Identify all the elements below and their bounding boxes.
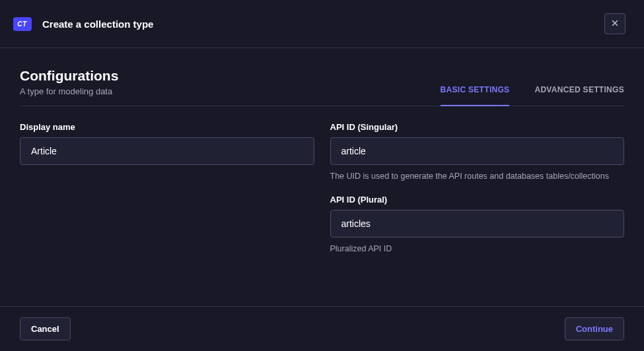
- api-plural-helper: Pluralized API ID: [330, 243, 625, 255]
- api-singular-input[interactable]: [330, 137, 625, 165]
- form-column-left: Display name: [20, 122, 314, 177]
- config-title: Configurations: [20, 68, 118, 84]
- api-plural-label: API ID (Plural): [330, 195, 625, 205]
- header-left: CT Create a collection type: [13, 17, 153, 31]
- config-subtitle: A type for modeling data: [20, 86, 118, 96]
- tab-basic-settings[interactable]: BASIC SETTINGS: [441, 85, 510, 106]
- field-api-singular: API ID (Singular) The UID is used to gen…: [330, 122, 625, 183]
- continue-button[interactable]: Continue: [565, 317, 624, 340]
- api-singular-label: API ID (Singular): [330, 122, 625, 132]
- close-icon: [610, 18, 620, 30]
- display-name-label: Display name: [20, 122, 314, 132]
- api-plural-input[interactable]: [330, 210, 625, 238]
- config-header: Configurations A type for modeling data …: [20, 68, 624, 106]
- collection-type-badge: CT: [13, 17, 32, 31]
- modal-title: Create a collection type: [42, 18, 153, 30]
- tabs: BASIC SETTINGS ADVANCED SETTINGS: [441, 84, 624, 106]
- cancel-button[interactable]: Cancel: [20, 317, 71, 340]
- form-grid: Display name API ID (Singular) The UID i…: [20, 122, 624, 267]
- modal-body: Configurations A type for modeling data …: [0, 48, 644, 280]
- config-heading-group: Configurations A type for modeling data: [20, 68, 118, 106]
- form-column-right: API ID (Singular) The UID is used to gen…: [330, 122, 625, 267]
- field-api-plural: API ID (Plural) Pluralized API ID: [330, 195, 625, 255]
- field-display-name: Display name: [20, 122, 314, 165]
- api-singular-helper: The UID is used to generate the API rout…: [330, 170, 625, 183]
- close-button[interactable]: [604, 13, 626, 34]
- modal-footer: Cancel Continue: [0, 306, 644, 351]
- modal-header: CT Create a collection type: [0, 0, 644, 48]
- tab-advanced-settings[interactable]: ADVANCED SETTINGS: [534, 85, 624, 106]
- display-name-input[interactable]: [20, 137, 314, 165]
